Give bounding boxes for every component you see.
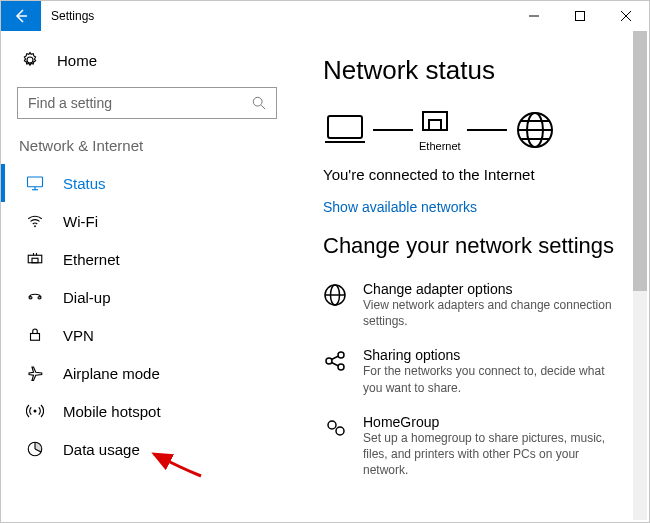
minimize-icon (529, 11, 539, 21)
nav-item-hotspot[interactable]: Mobile hotspot (1, 392, 293, 430)
svg-point-10 (34, 225, 36, 227)
setting-desc: View network adapters and change connect… (363, 297, 613, 329)
svg-line-35 (332, 356, 339, 360)
nav-label: Status (63, 175, 106, 192)
svg-point-5 (253, 97, 262, 106)
homegroup-icon (323, 414, 349, 440)
setting-change-adapter[interactable]: Change adapter options View network adap… (323, 273, 619, 339)
nav-item-vpn[interactable]: VPN (1, 316, 293, 354)
diagram-line (373, 129, 413, 131)
dialup-icon (25, 288, 45, 306)
svg-rect-7 (28, 177, 43, 187)
nav-label: Mobile hotspot (63, 403, 161, 420)
diagram-line (467, 129, 507, 131)
svg-point-16 (38, 297, 41, 299)
diagram-ethernet-label: Ethernet (419, 140, 461, 152)
data-usage-icon (25, 440, 45, 458)
main-layout: Home Find a setting Network & Internet S… (1, 31, 649, 522)
setting-title: Change adapter options (363, 281, 613, 297)
connection-status-text: You're connected to the Internet (323, 166, 619, 183)
setting-sharing-options[interactable]: Sharing options For the networks you con… (323, 339, 619, 405)
wifi-icon (25, 212, 45, 230)
setting-title: Sharing options (363, 347, 613, 363)
nav-item-wifi[interactable]: Wi-Fi (1, 202, 293, 240)
svg-rect-12 (32, 258, 38, 263)
svg-point-18 (34, 410, 37, 413)
svg-point-32 (326, 358, 332, 364)
ethernet-node: Ethernet (419, 108, 461, 152)
nav-label: Airplane mode (63, 365, 160, 382)
close-icon (621, 11, 631, 21)
airplane-icon (25, 364, 45, 382)
nav-item-airplane[interactable]: Airplane mode (1, 354, 293, 392)
setting-desc: For the networks you connect to, decide … (363, 363, 613, 395)
svg-line-36 (332, 363, 339, 367)
close-button[interactable] (603, 1, 649, 31)
nav-item-ethernet[interactable]: Ethernet (1, 240, 293, 278)
maximize-button[interactable] (557, 1, 603, 31)
arrow-left-icon (13, 8, 29, 24)
scrollbar-thumb[interactable] (633, 31, 647, 291)
nav-label: Dial-up (63, 289, 111, 306)
show-available-networks-link[interactable]: Show available networks (323, 199, 619, 215)
status-icon (25, 174, 45, 192)
nav-label: Data usage (63, 441, 140, 458)
svg-rect-2 (576, 12, 585, 21)
svg-rect-11 (28, 255, 42, 263)
setting-homegroup[interactable]: HomeGroup Set up a homegroup to share pi… (323, 406, 619, 489)
svg-point-33 (338, 352, 344, 358)
network-diagram: Ethernet (323, 104, 619, 152)
gear-icon (21, 51, 39, 69)
svg-rect-17 (31, 334, 40, 341)
svg-point-37 (328, 421, 336, 429)
adapter-options-icon (323, 281, 349, 307)
sharing-options-icon (323, 347, 349, 373)
setting-title: HomeGroup (363, 414, 613, 430)
setting-desc: Set up a homegroup to share pictures, mu… (363, 430, 613, 479)
home-label: Home (57, 52, 97, 69)
nav-label: Ethernet (63, 251, 120, 268)
content-pane: Network status Ethernet You're connected… (293, 31, 649, 522)
section-label: Network & Internet (1, 131, 293, 164)
svg-point-38 (336, 427, 344, 435)
search-icon (252, 96, 266, 110)
sidebar: Home Find a setting Network & Internet S… (1, 31, 293, 522)
pc-icon (323, 108, 367, 152)
minimize-button[interactable] (511, 1, 557, 31)
search-placeholder: Find a setting (28, 95, 112, 111)
vpn-icon (25, 326, 45, 344)
nav-label: VPN (63, 327, 94, 344)
globe-icon (513, 108, 557, 152)
heading-change-settings: Change your network settings (323, 233, 619, 259)
title-bar: Settings (1, 1, 649, 31)
nav-item-dialup[interactable]: Dial-up (1, 278, 293, 316)
svg-point-34 (338, 364, 344, 370)
hotspot-icon (25, 402, 45, 420)
window-controls (511, 1, 649, 31)
svg-rect-22 (328, 116, 362, 138)
search-input[interactable]: Find a setting (17, 87, 277, 119)
nav-item-status[interactable]: Status (1, 164, 293, 202)
home-button[interactable]: Home (1, 43, 293, 77)
maximize-icon (575, 11, 585, 21)
nav-item-data-usage[interactable]: Data usage (1, 430, 293, 468)
svg-point-15 (29, 297, 32, 299)
svg-line-6 (261, 105, 265, 109)
svg-rect-25 (429, 120, 441, 130)
window-title: Settings (41, 1, 511, 31)
heading-network-status: Network status (323, 55, 619, 86)
ethernet-icon (25, 250, 45, 268)
nav-list: Status Wi-Fi Ethernet Dial-up (1, 164, 293, 468)
nav-label: Wi-Fi (63, 213, 98, 230)
back-button[interactable] (1, 1, 41, 31)
